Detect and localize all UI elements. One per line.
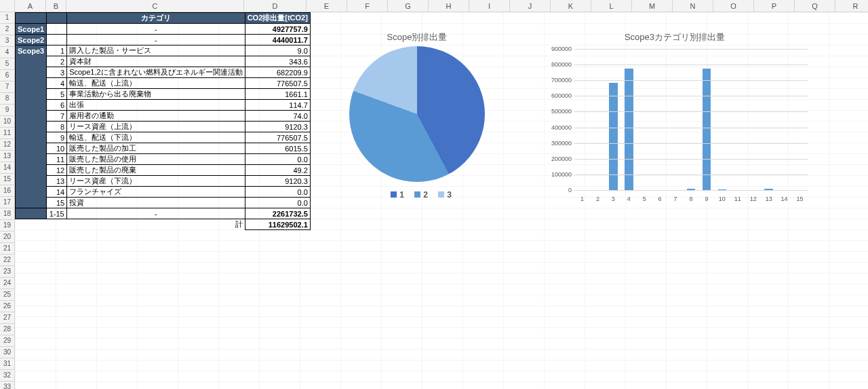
row-header-30[interactable]: 30 xyxy=(0,347,15,358)
cell[interactable]: Scope1,2に含まれない燃料及びエネルギー関連活動 xyxy=(67,67,245,78)
cell[interactable]: 4440011.7 xyxy=(245,35,310,45)
row-header-18[interactable]: 18 xyxy=(0,208,15,220)
cell[interactable]: 9 xyxy=(47,132,67,143)
cell[interactable]: 74.0 xyxy=(245,111,310,122)
cell[interactable] xyxy=(16,89,47,100)
row-header-25[interactable]: 25 xyxy=(0,289,15,301)
cell[interactable] xyxy=(16,165,47,176)
cell[interactable] xyxy=(47,24,67,35)
row-header-28[interactable]: 28 xyxy=(0,324,15,335)
cell[interactable]: 114.7 xyxy=(245,100,310,111)
row-header-26[interactable]: 26 xyxy=(0,301,15,312)
cell[interactable]: 販売した製品の加工 xyxy=(67,143,245,154)
cell[interactable] xyxy=(16,198,47,208)
cell[interactable]: 9120.3 xyxy=(245,122,310,132)
row-headers[interactable]: 1234567891011121314151617181920212223242… xyxy=(0,12,15,389)
cell[interactable]: 6 xyxy=(47,100,67,111)
row-header-6[interactable]: 6 xyxy=(0,70,15,81)
cell[interactable] xyxy=(16,208,47,219)
cell[interactable]: 776507.5 xyxy=(245,132,310,143)
select-all-corner[interactable] xyxy=(0,0,15,12)
cell[interactable]: 0.0 xyxy=(245,187,310,198)
cell[interactable]: リース資産（下流） xyxy=(67,176,245,187)
col-header-F[interactable]: F xyxy=(347,0,388,12)
col-header-G[interactable]: G xyxy=(388,0,429,12)
cell[interactable]: 0.0 xyxy=(245,198,310,208)
cell[interactable]: 11629502.1 xyxy=(245,219,310,230)
row-header-21[interactable]: 21 xyxy=(0,243,15,255)
cell[interactable]: Scope1 xyxy=(16,24,47,35)
cell[interactable]: - xyxy=(67,35,245,45)
row-header-11[interactable]: 11 xyxy=(0,128,15,139)
cell[interactable] xyxy=(16,132,47,143)
cell[interactable]: 1-15 xyxy=(47,208,67,219)
row-header-15[interactable]: 15 xyxy=(0,174,15,185)
cell[interactable] xyxy=(16,219,47,230)
col-header-M[interactable]: M xyxy=(632,0,673,12)
row-header-12[interactable]: 12 xyxy=(0,139,15,151)
row-header-31[interactable]: 31 xyxy=(0,358,15,370)
row-header-19[interactable]: 19 xyxy=(0,220,15,231)
cell[interactable]: 投資 xyxy=(67,198,245,208)
cell[interactable]: - xyxy=(67,208,245,219)
cell[interactable]: 1661.1 xyxy=(245,89,310,100)
cell[interactable]: 7 xyxy=(47,111,67,122)
cell[interactable]: 1 xyxy=(47,45,67,56)
col-header-L[interactable]: L xyxy=(591,0,632,12)
cell[interactable]: 雇用者の通勤 xyxy=(67,111,245,122)
cell[interactable]: 6015.5 xyxy=(245,143,310,154)
row-header-2[interactable]: 2 xyxy=(0,24,15,35)
cell[interactable]: 9120.3 xyxy=(245,176,310,187)
cell[interactable] xyxy=(47,219,67,230)
cell[interactable]: 3 xyxy=(47,67,67,78)
col-header-N[interactable]: N xyxy=(673,0,713,12)
cell[interactable]: 計 xyxy=(67,219,245,230)
col-header-A[interactable]: A xyxy=(15,0,46,12)
cell[interactable]: 2 xyxy=(47,56,67,67)
cell[interactable]: 出張 xyxy=(67,100,245,111)
col-header-H[interactable]: H xyxy=(429,0,469,12)
cell[interactable]: 事業活動から出る廃棄物 xyxy=(67,89,245,100)
cell[interactable]: 15 xyxy=(47,198,67,208)
cell[interactable]: 49.2 xyxy=(245,165,310,176)
cell[interactable]: 4 xyxy=(47,78,67,89)
cell[interactable] xyxy=(16,154,47,165)
cell[interactable]: 13 xyxy=(47,176,67,187)
cell[interactable]: 資本財 xyxy=(67,56,245,67)
col-header-Q[interactable]: Q xyxy=(795,0,835,12)
cell[interactable] xyxy=(16,187,47,198)
row-header-22[interactable]: 22 xyxy=(0,255,15,266)
cell[interactable]: 販売した製品の廃棄 xyxy=(67,165,245,176)
col-header-O[interactable]: O xyxy=(713,0,754,12)
cell[interactable]: 4927757.9 xyxy=(245,24,310,35)
cell[interactable]: 0.0 xyxy=(245,154,310,165)
row-header-10[interactable]: 10 xyxy=(0,116,15,128)
row-header-1[interactable]: 1 xyxy=(0,12,15,24)
cell[interactable] xyxy=(16,67,47,78)
cell[interactable]: 購入した製品・サービス xyxy=(67,45,245,56)
column-headers[interactable]: ABCDEFGHIJKLMNOPQRSTU xyxy=(0,0,868,12)
cell[interactable]: 12 xyxy=(47,165,67,176)
row-header-23[interactable]: 23 xyxy=(0,266,15,278)
cell[interactable]: リース資産（上流） xyxy=(67,122,245,132)
cell[interactable]: 輸送、配送（下流） xyxy=(67,132,245,143)
row-header-5[interactable]: 5 xyxy=(0,58,15,70)
cell[interactable]: カテゴリ xyxy=(67,13,245,24)
row-header-20[interactable]: 20 xyxy=(0,231,15,243)
spreadsheet[interactable]: { "columns":["","A","B","C","D","E","F",… xyxy=(0,0,868,389)
col-header-C[interactable]: C xyxy=(66,0,244,12)
col-header-E[interactable]: E xyxy=(307,0,347,12)
col-header-I[interactable]: I xyxy=(469,0,510,12)
row-header-32[interactable]: 32 xyxy=(0,370,15,382)
col-header-K[interactable]: K xyxy=(551,0,591,12)
row-header-27[interactable]: 27 xyxy=(0,312,15,324)
cell[interactable]: 10 xyxy=(47,143,67,154)
cell[interactable]: Scope2 xyxy=(16,35,47,45)
cell[interactable]: 682209.9 xyxy=(245,67,310,78)
col-header-J[interactable]: J xyxy=(510,0,551,12)
col-header-R[interactable]: R xyxy=(835,0,868,12)
cell[interactable] xyxy=(16,143,47,154)
cell[interactable]: Scope3 xyxy=(16,45,47,56)
cell[interactable]: 8 xyxy=(47,122,67,132)
cell[interactable]: 11 xyxy=(47,154,67,165)
